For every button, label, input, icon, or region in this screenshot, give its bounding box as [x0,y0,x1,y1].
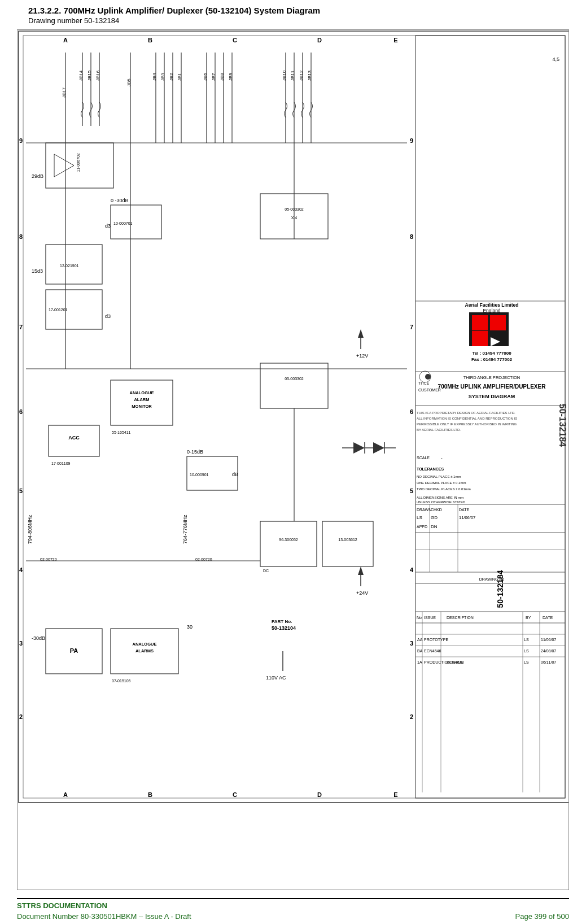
svg-text:CHKD: CHKD [431,508,442,512]
svg-text:794-806MHz: 794-806MHz [27,515,33,544]
svg-text:17-001201: 17-001201 [49,308,68,312]
svg-point-43 [425,374,431,380]
svg-text:JB7: JB7 [211,73,216,81]
svg-text:Tel : 01494 777000: Tel : 01494 777000 [472,351,511,356]
svg-text:TITLE: TITLE [418,381,429,385]
svg-rect-33 [472,331,488,346]
svg-text:JB1: JB1 [177,73,182,81]
svg-text:B: B [148,37,152,43]
svg-text:11/06/07: 11/06/07 [541,638,556,642]
svg-text:7: 7 [19,324,23,330]
svg-text:GD: GD [431,515,438,520]
svg-text:E: E [393,37,397,43]
svg-text:APPD: APPD [417,525,427,529]
svg-text:ALL INFORMATION IS CONFIDENTIA: ALL INFORMATION IS CONFIDENTIAL AND REPR… [417,417,517,420]
svg-text:+24V: +24V [356,590,368,596]
svg-text:JB16: JB16 [95,70,100,81]
svg-text:TWO DECIMAL PLACES ± 0.01mm: TWO DECIMAL PLACES ± 0.01mm [417,487,471,491]
svg-text:DATE: DATE [459,508,469,512]
svg-text:ISSUE: ISSUE [424,616,436,620]
svg-text:DN: DN [431,524,438,529]
svg-text:BA: BA [417,649,423,653]
svg-text:8: 8 [19,233,23,240]
svg-text:JB9: JB9 [228,73,233,81]
svg-rect-157 [111,380,173,425]
svg-text:PROTOTYPE: PROTOTYPE [424,638,448,642]
svg-text:5: 5 [19,487,23,494]
svg-text:29dB: 29dB [32,173,43,179]
svg-text:24/08/07: 24/08/07 [541,649,556,653]
svg-text:ALL DIMENSIONS ARE IN mm: ALL DIMENSIONS ARE IN mm [417,496,463,499]
svg-text:d3: d3 [105,223,111,229]
svg-text:110V AC: 110V AC [266,675,286,681]
svg-text:2: 2 [19,713,23,720]
svg-text:LS: LS [524,660,529,664]
svg-text:LS: LS [524,638,529,642]
svg-text:07-015105: 07-015105 [112,679,131,683]
svg-text:MONITOR: MONITOR [132,404,152,409]
svg-text:NO DECIMAL PLACE ± 1mm: NO DECIMAL PLACE ± 1mm [417,475,461,478]
svg-rect-174 [322,521,373,566]
svg-text:JB14: JB14 [78,70,84,81]
svg-text:700MHz UPLINK AMPLIFIER/DUPLEX: 700MHz UPLINK AMPLIFIER/DUPLEXER [438,383,546,390]
svg-text:3: 3 [410,640,413,647]
svg-text:-: - [441,455,443,460]
page-title: 21.3.2.2. 700MHz Uplink Amplifier/ Duple… [28,6,569,15]
svg-text:10-000701: 10-000701 [113,221,133,225]
footer-section: STTRS DOCUMENTATION Document Number 80-3… [17,898,569,924]
svg-text:JB3: JB3 [160,73,165,81]
svg-text:50-132104: 50-132104 [272,625,296,631]
svg-text:PART No.: PART No. [272,619,292,624]
svg-text:0 -30dB: 0 -30dB [111,198,129,203]
svg-text:JB17: JB17 [62,87,67,98]
svg-text:ECN4628: ECN4628 [447,660,463,664]
svg-text:764-776MHz: 764-776MHz [182,515,188,544]
page-number: Page 399 of 500 [515,912,569,921]
svg-text:England: England [483,308,500,313]
svg-text:A: A [63,37,68,43]
svg-text:CUSTOMER: CUSTOMER [418,388,441,392]
svg-rect-32 [490,315,506,330]
svg-marker-200 [373,442,384,454]
svg-text:4: 4 [410,566,414,573]
drawing-number: Drawing number 50-132184 [28,16,569,25]
svg-text:C: C [233,37,237,43]
svg-text:+12V: +12V [356,353,368,359]
svg-text:d3: d3 [105,313,111,319]
svg-text:No: No [417,616,422,620]
footer-bottom: Document Number 80-330501HBKM – Issue A … [17,912,569,924]
svg-text:D: D [317,37,322,43]
svg-text:BY: BY [526,616,531,620]
svg-text:PERMISSIBLE ONLY IF EXPRESSLY : PERMISSIBLE ONLY IF EXPRESSLY AUTHORISED… [417,422,517,426]
svg-text:0-15dB: 0-15dB [187,449,203,455]
svg-text:11/06/07: 11/06/07 [459,515,475,520]
svg-text:BY AERIAL FACILITIES LTD.: BY AERIAL FACILITIES LTD. [417,428,461,432]
svg-text:THIRD ANGLE PROJECTION: THIRD ANGLE PROJECTION [463,375,520,380]
svg-text:17-001109: 17-001109 [51,461,71,465]
svg-text:5: 5 [410,487,413,494]
diagram-container: A B C D E A B C D E 9 8 7 6 5 4 3 2 9 8 … [17,29,569,890]
svg-text:3: 3 [19,640,23,647]
svg-text:DESCRIPTION: DESCRIPTION [447,616,474,620]
svg-text:Aerial Facilities Limited: Aerial Facilities Limited [465,302,519,308]
svg-text:13-003612: 13-003612 [338,538,357,542]
svg-text:D: D [317,791,322,798]
svg-text:SYSTEM DIAGRAM: SYSTEM DIAGRAM [469,394,515,399]
section-title: 700MHz Uplink Amplifier/ Duplexer (50-13… [64,6,321,15]
svg-text:PA: PA [70,647,78,654]
svg-text:1A: 1A [417,660,422,664]
svg-text:6: 6 [19,408,23,415]
svg-text:LS: LS [524,649,529,653]
svg-text:dB: dB [232,472,238,477]
svg-text:4: 4 [19,566,23,573]
svg-text:JB12: JB12 [299,70,304,81]
svg-text:JB5: JB5 [126,79,132,86]
svg-rect-169 [260,363,328,408]
sttrs-label: STTRS DOCUMENTATION [17,901,569,910]
svg-text:DC: DC [263,569,269,573]
svg-text:2: 2 [410,713,413,720]
svg-text:B: B [148,791,152,798]
svg-text:ECN4546: ECN4546 [424,649,441,653]
svg-text:96-300052: 96-300052 [279,538,298,542]
svg-text:C: C [233,791,237,798]
